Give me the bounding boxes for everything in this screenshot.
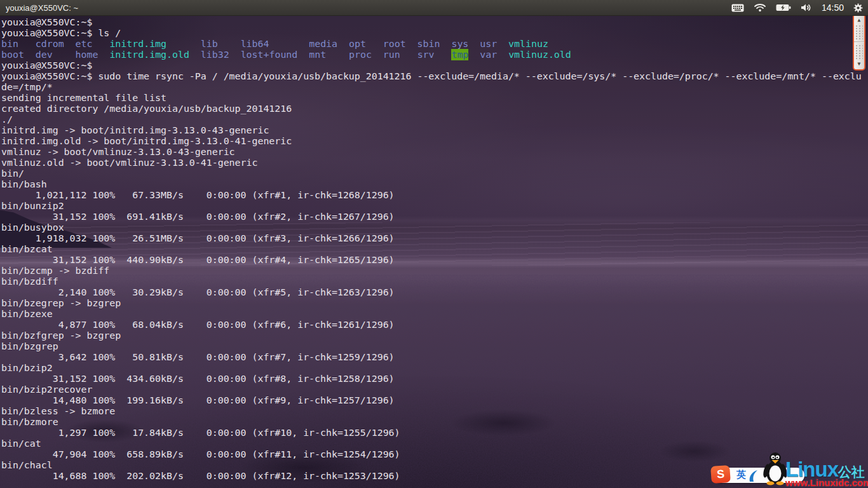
terminal-line: 14,480 100% 199.16kB/s 0:00:00 (xfr#9, i…: [1, 395, 868, 406]
session-gear-icon[interactable]: [853, 3, 863, 13]
scroll-up-icon[interactable]: ▲: [854, 17, 864, 24]
terminal-line: initrd.img.old -> boot/initrd.img-3.13.0…: [1, 136, 868, 147]
terminal-line: de=/tmp/*: [1, 82, 868, 93]
linuxidc-watermark: S 英 Linux公社 www.Linuxidc.com: [708, 446, 868, 488]
en-badge: 英: [736, 470, 746, 479]
terminal-line: 1,021,112 100% 67.33MB/s 0:00:00 (xfr#1,…: [1, 190, 868, 201]
terminal-line: 3,642 100% 50.81kB/s 0:00:00 (xfr#7, ir-…: [1, 352, 868, 363]
terminal-line: initrd.img -> boot/initrd.img-3.13.0-43-…: [1, 125, 868, 136]
clock[interactable]: 14:50: [822, 3, 844, 13]
terminal-line: bin/bzmore: [1, 417, 868, 428]
terminal-line: vmlinuz.old -> boot/vmlinuz-3.13.0-41-ge…: [1, 158, 868, 168]
keyboard-indicator-icon[interactable]: [731, 3, 744, 12]
terminal-line: bin/bzless -> bzmore: [1, 406, 868, 417]
terminal-line: youxia@X550VC:~$ sudo time rsync -Pa / /…: [1, 71, 868, 82]
tux-penguin-icon: [763, 451, 788, 485]
terminal-line: 2,140 100% 30.29kB/s 0:00:00 (xfr#5, ir-…: [1, 287, 868, 298]
volume-icon[interactable]: [801, 3, 812, 12]
terminal-line: 1,918,032 100% 26.51MB/s 0:00:00 (xfr#3,…: [1, 233, 868, 244]
top-panel: youxia@X550VC: ~ 14:50: [0, 0, 868, 16]
terminal-line: bin/bzip2recover: [1, 384, 868, 395]
terminal-line: bin cdrom etc initrd.img lib lib64 media…: [1, 39, 868, 50]
terminal-line: 4,877 100% 68.04kB/s 0:00:00 (xfr#6, ir-…: [1, 320, 868, 330]
terminal-line: bin/bzegrep -> bzgrep: [1, 298, 868, 309]
terminal-line: sending incremental file list: [1, 93, 868, 104]
terminal-output[interactable]: youxia@X550VC:~$youxia@X550VC:~$ ls /bin…: [1, 17, 868, 482]
terminal-line: bin/bzip2: [1, 363, 868, 374]
terminal-line: bin/bzcmp -> bzdiff: [1, 266, 868, 276]
terminal-line: bin/bzfgrep -> bzgrep: [1, 330, 868, 341]
terminal-line: bin/: [1, 168, 868, 179]
terminal-line: created directory /media/youxia/usb/back…: [1, 104, 868, 114]
s-logo-badge: S: [710, 465, 731, 484]
scrollbar-grip-upper[interactable]: [855, 25, 863, 40]
terminal-line: youxia@X550VC:~$ ls /: [1, 28, 868, 39]
terminal-line: bin/bzcat: [1, 244, 868, 255]
terminal-line: ./: [1, 114, 868, 125]
terminal-line: 31,152 100% 691.41kB/s 0:00:00 (xfr#2, i…: [1, 212, 868, 222]
terminal-line: bin/bzexe: [1, 309, 868, 320]
window-title: youxia@X550VC: ~: [6, 3, 78, 13]
terminal-line: bin/bzgrep: [1, 341, 868, 352]
scrollbar-grip-lower[interactable]: [855, 44, 863, 60]
terminal-line: youxia@X550VC:~$: [1, 60, 868, 71]
terminal-line: bin/bzdiff: [1, 276, 868, 287]
indicator-tray: 14:50: [731, 3, 863, 13]
terminal-line: 31,152 100% 434.60kB/s 0:00:00 (xfr#8, i…: [1, 374, 868, 384]
swoosh-icon: [749, 468, 761, 483]
terminal-line: youxia@X550VC:~$: [1, 17, 868, 28]
battery-charging-icon[interactable]: [776, 4, 791, 11]
terminal-line: bin/bash: [1, 179, 868, 190]
scroll-down-icon[interactable]: ▼: [854, 61, 864, 67]
terminal-line: bin/busybox: [1, 222, 868, 233]
overlay-scrollbar-thumb[interactable]: ▲ ▼: [853, 13, 865, 71]
scrollbar-divider: [854, 41, 864, 43]
terminal-line: 1,297 100% 17.84kB/s 0:00:00 (xfr#10, ir…: [1, 428, 868, 438]
terminal-line: bin/bunzip2: [1, 201, 868, 212]
terminal-line: 31,152 100% 440.90kB/s 0:00:00 (xfr#4, i…: [1, 255, 868, 266]
wifi-icon[interactable]: [754, 3, 766, 12]
terminal-line: boot dev home initrd.img.old lib32 lost+…: [1, 50, 868, 60]
watermark-url: www.Linuxidc.com: [785, 477, 868, 488]
terminal-line: vmlinuz -> boot/vmlinuz-3.13.0-43-generi…: [1, 147, 868, 158]
